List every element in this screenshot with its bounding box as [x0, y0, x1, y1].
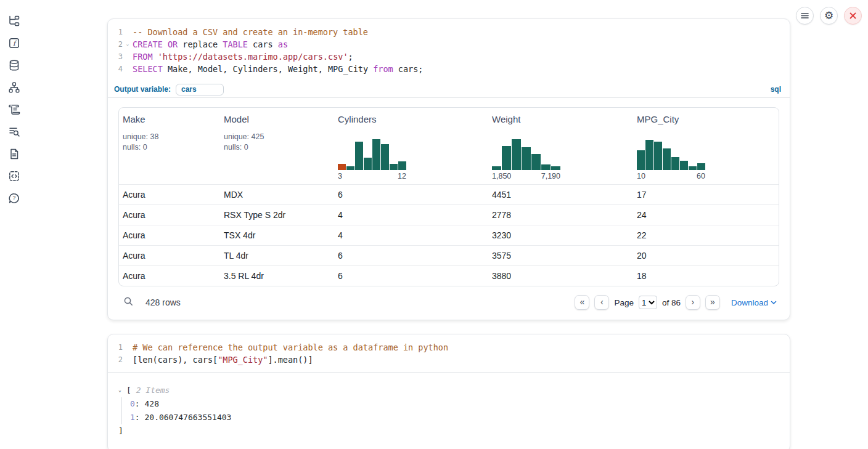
column-label[interactable]: Cylinders — [338, 114, 485, 124]
tree-root-row[interactable]: ⌄[ 2 Items — [118, 384, 779, 397]
python-code-editor[interactable]: 1# We can reference the output variable … — [108, 334, 790, 373]
tree-collapse-icon[interactable]: ⌄ — [118, 384, 126, 397]
code-block-icon — [8, 170, 20, 182]
table-row[interactable]: AcuraMDX6445117 — [119, 184, 779, 204]
sidebar-item-function[interactable]: f — [3, 32, 25, 54]
histogram-bar — [372, 139, 380, 170]
table-cell: Acura — [119, 210, 220, 220]
gear-icon: ⚙ — [824, 10, 833, 21]
row-count: 428 rows — [145, 297, 181, 307]
gutter-spacer — [123, 341, 133, 354]
histogram-bar — [346, 166, 354, 170]
column-label[interactable]: Model — [224, 114, 330, 124]
table-cell: 3230 — [488, 230, 633, 240]
next-page-button[interactable]: › — [686, 295, 700, 310]
tree-entry: 0: 428 — [130, 397, 779, 411]
line-number: 4 — [108, 63, 123, 75]
table-row[interactable]: AcuraTL 4dr6357520 — [119, 245, 779, 265]
table-cell: 3.5 RL 4dr — [220, 271, 334, 281]
table-row[interactable]: AcuraRSX Type S 2dr4277824 — [119, 204, 779, 225]
histogram-bars — [637, 138, 705, 170]
column-histogram: 1060 — [637, 138, 775, 180]
histogram-bar — [355, 142, 363, 170]
sidebar-item-search-list[interactable] — [3, 121, 25, 143]
tree-entry: 1: 20.060747663551403 — [130, 411, 779, 424]
sidebar-item-code-block[interactable] — [3, 165, 25, 187]
sql-code-line-1[interactable]: 1-- Download a CSV and create an in-memo… — [108, 26, 790, 38]
table-cell: Acura — [119, 251, 220, 261]
table-cell: 22 — [633, 230, 779, 240]
scroll-icon — [8, 103, 20, 116]
table-cell: 4 — [334, 210, 488, 220]
menu-button[interactable] — [796, 7, 814, 25]
histogram-axis: 1060 — [637, 172, 705, 180]
table-column-header-model: Modelunique: 425nulls: 0 — [220, 108, 334, 184]
column-histogram: 1,8507,190 — [492, 138, 629, 180]
notebook: 1-- Download a CSV and create an in-memo… — [107, 18, 790, 449]
table-cell: TL 4dr — [220, 251, 334, 261]
table-row[interactable]: AcuraTSX 4dr4323022 — [119, 225, 779, 245]
tree-close-bracket: ] — [118, 424, 779, 438]
column-stats: unique: 425nulls: 0 — [224, 132, 330, 153]
column-label[interactable]: Weight — [492, 114, 629, 124]
settings-button[interactable]: ⚙ — [820, 7, 838, 25]
line-number: 1 — [108, 26, 123, 38]
line-number: 2 — [108, 38, 123, 51]
code-text: FROM 'https://datasets.marimo.app/cars.c… — [133, 51, 353, 63]
histogram-bar — [492, 166, 501, 170]
sidebar-item-document[interactable] — [3, 143, 25, 165]
table-row[interactable]: Acura3.5 RL 4dr6388018 — [119, 265, 779, 286]
table-search-button[interactable] — [121, 295, 136, 310]
database-icon — [8, 59, 20, 71]
sql-cell: 1-- Download a CSV and create an in-memo… — [107, 18, 790, 320]
table-cell: Acura — [119, 271, 220, 281]
sql-code-line-4[interactable]: 4SELECT Make, Model, Cylinders, Weight, … — [108, 63, 790, 75]
sidebar-item-database[interactable] — [3, 54, 25, 76]
chevron-down-icon — [771, 301, 777, 305]
table-cell: RSX Type S 2dr — [220, 210, 334, 220]
sql-code-line-3[interactable]: 3FROM 'https://datasets.marimo.app/cars.… — [108, 51, 790, 63]
column-label[interactable]: Make — [123, 114, 216, 124]
last-page-button[interactable]: » — [705, 295, 720, 310]
file-tree-icon — [8, 15, 20, 27]
tree-entry-value: : 428 — [135, 397, 159, 411]
table-cell: 6 — [334, 190, 488, 200]
download-button[interactable]: Download — [731, 298, 777, 307]
column-label[interactable]: MPG_City — [637, 114, 775, 124]
sidebar-item-scroll[interactable] — [3, 99, 25, 121]
data-table: Makeunique: 38nulls: 0Modelunique: 425nu… — [118, 107, 779, 286]
help-icon: ? — [8, 192, 20, 204]
code-text: CREATE OR replace TABLE cars as — [133, 38, 288, 51]
fold-caret-icon[interactable]: ⌄ — [123, 38, 133, 51]
histogram-bar — [671, 157, 679, 170]
sidebar-item-help[interactable]: ? — [3, 187, 25, 209]
code-text: [len(cars), cars["MPG_City"].mean()] — [133, 354, 313, 366]
tree-entry-key: 1 — [130, 411, 135, 424]
first-page-icon: « — [579, 297, 584, 306]
pagination: « ‹ Page 1 of 86 › » Download — [575, 295, 777, 310]
table-footer: 428 rows « ‹ Page 1 of 86 › » Download — [118, 293, 779, 312]
last-page-icon: » — [710, 297, 715, 306]
sidebar: f? — [0, 0, 28, 209]
prev-page-icon: ‹ — [600, 297, 604, 306]
table-cell: 4 — [334, 230, 488, 240]
gutter-spacer — [123, 26, 133, 38]
output-variable-input[interactable] — [176, 84, 224, 95]
sidebar-item-file-tree[interactable] — [3, 10, 25, 32]
table-cell: 6 — [334, 251, 488, 261]
shutdown-button[interactable] — [844, 7, 862, 25]
sql-code-editor[interactable]: 1-- Download a CSV and create an in-memo… — [108, 19, 790, 81]
code-text: # We can reference the output variable a… — [133, 341, 448, 354]
sql-code-line-2[interactable]: 2⌄CREATE OR replace TABLE cars as — [108, 38, 790, 51]
prev-page-button[interactable]: ‹ — [594, 295, 609, 310]
python-code-line-2[interactable]: 2[len(cars), cars["MPG_City"].mean()] — [108, 354, 790, 366]
table-cell: 24 — [633, 210, 779, 220]
python-code-line-1[interactable]: 1# We can reference the output variable … — [108, 341, 790, 354]
histogram-bar — [551, 166, 560, 170]
table-cell: 17 — [633, 190, 779, 200]
page-select[interactable]: 1 — [639, 296, 657, 309]
table-body: AcuraMDX6445117AcuraRSX Type S 2dr427782… — [119, 184, 779, 286]
tree-entry-value: : 20.060747663551403 — [135, 411, 232, 424]
sidebar-item-network-graph[interactable] — [3, 76, 25, 99]
first-page-button[interactable]: « — [575, 295, 589, 310]
